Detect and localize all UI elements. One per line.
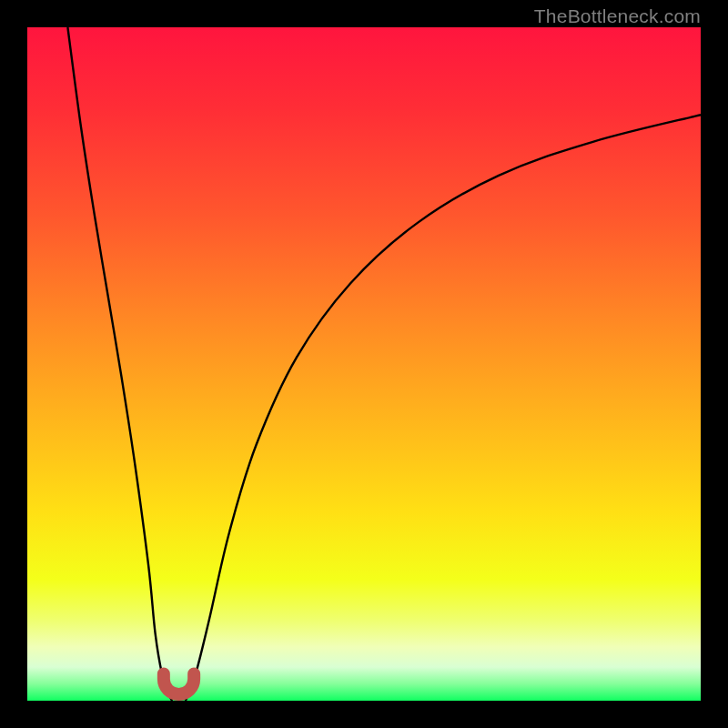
watermark-text: TheBottleneck.com	[534, 5, 701, 27]
right-branch-path	[186, 115, 701, 701]
trough-marker	[164, 673, 194, 694]
outer-frame: TheBottleneck.com	[0, 0, 728, 728]
plot-area	[27, 27, 701, 701]
left-branch-path	[67, 27, 172, 701]
chart-curve	[27, 27, 701, 701]
